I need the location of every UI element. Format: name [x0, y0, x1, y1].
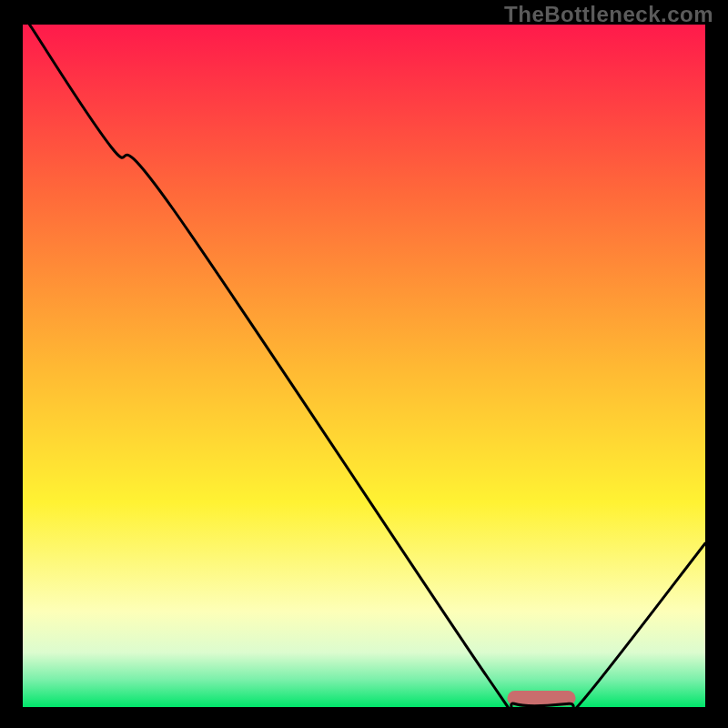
plot-area — [23, 25, 705, 707]
chart-svg — [23, 25, 705, 707]
watermark-text: TheBottleneck.com — [504, 2, 713, 27]
chart-frame: TheBottleneck.com — [0, 0, 728, 728]
gradient-background — [23, 25, 705, 707]
